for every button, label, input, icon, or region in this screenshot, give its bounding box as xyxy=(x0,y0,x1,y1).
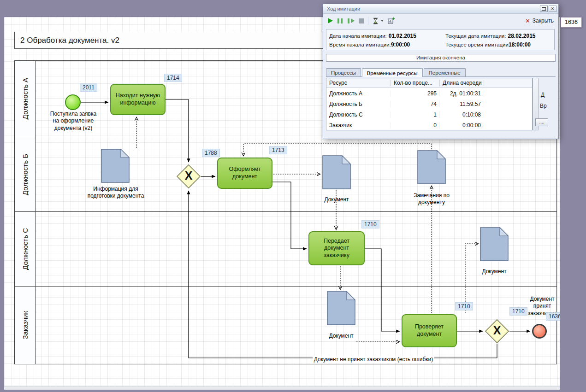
table-header-row: Ресурс Кол-во проце... Длина очереди xyxy=(326,78,532,88)
task-pass-doc[interactable]: Передает документ заказчику xyxy=(308,231,365,265)
data-object-remarks-label: Замечания по документу xyxy=(402,192,462,206)
lane-header-customer[interactable]: Заказчик xyxy=(15,287,36,364)
edge-label-rejected: Документ не принят заказчиком (есть ошиб… xyxy=(300,355,447,363)
dialog-titlebar[interactable]: Ход имитации ✕ xyxy=(323,4,558,14)
counter-badge: 1713 xyxy=(269,146,287,154)
current-time-label: Текущее время имитации xyxy=(445,42,509,47)
counter-badge: 1714 xyxy=(164,74,182,82)
stop-icon xyxy=(359,18,364,23)
tab-variables[interactable]: Переменные xyxy=(424,68,466,76)
start-time-label: Время начала имитации: xyxy=(329,42,391,47)
data-object-document-customer[interactable] xyxy=(327,291,355,325)
resources-table: Ресурс Кол-во проце... Длина очереди Дол… xyxy=(326,78,533,130)
simulation-toolbar: ✕ Закрыть xyxy=(323,13,558,28)
dropdown-icon xyxy=(381,20,384,22)
table-row[interactable]: Заказчик 0 0:00:00 xyxy=(326,120,532,130)
gateway-xor-accept[interactable]: X xyxy=(485,319,509,344)
current-date-value: 28.02.2015 xyxy=(508,33,535,39)
maximize-button[interactable] xyxy=(540,6,548,12)
data-object-document-b[interactable] xyxy=(322,155,351,189)
play-button[interactable] xyxy=(328,18,333,23)
data-object-document-c[interactable] xyxy=(480,227,509,261)
lane-header-a[interactable]: Должность А xyxy=(15,61,36,137)
step-button[interactable] xyxy=(347,18,355,23)
start-event[interactable] xyxy=(65,94,81,110)
data-object-document-c-label: Документ xyxy=(476,268,512,275)
chart-plus-icon xyxy=(388,17,395,24)
data-object-info-label: Информация для подготовки документа xyxy=(87,186,144,200)
start-date-label: Дата начала имитации: xyxy=(329,33,387,39)
task-find-info[interactable]: Находит нужную информацию xyxy=(110,84,166,115)
maximize-icon xyxy=(542,7,546,11)
tab-processes[interactable]: Процессы xyxy=(326,68,361,76)
current-time-value: 18:00:00 xyxy=(509,41,531,48)
column-header-queue-length: Длина очереди xyxy=(440,80,484,86)
window-close-button[interactable]: ✕ xyxy=(549,6,556,12)
pause-button[interactable] xyxy=(337,18,343,23)
toolbar-separator xyxy=(368,17,368,25)
dialog-tabs: Процессы Временные ресурсы Переменные xyxy=(326,66,556,77)
task-prepare-doc[interactable]: Оформляет документ xyxy=(217,158,272,189)
counter-badge: 1710 xyxy=(455,302,473,310)
side-label-1: Д xyxy=(541,92,545,98)
stop-button[interactable] xyxy=(359,18,364,23)
start-time-value: 9:00:00 xyxy=(391,41,410,48)
start-event-label: Поступила заявка на оформление документа… xyxy=(47,111,99,132)
gateway-x-symbol: X xyxy=(485,319,509,342)
pause-icon xyxy=(337,18,339,23)
column-header-resource: Ресурс xyxy=(326,80,391,86)
more-button[interactable]: .... xyxy=(535,118,548,126)
data-object-info[interactable] xyxy=(101,149,130,183)
lane-customer: Заказчик xyxy=(15,287,556,364)
table-row[interactable]: Должность С 1 0:10:08 xyxy=(326,109,532,120)
add-counter-button[interactable] xyxy=(388,17,395,24)
close-label: Закрыть xyxy=(533,18,554,24)
close-simulation-button[interactable]: ✕ Закрыть xyxy=(525,18,554,24)
simulation-dialog: Ход имитации ✕ ✕ Закрыть xyxy=(323,4,559,139)
table-row[interactable]: Должность Б 74 11:59:57 xyxy=(326,99,532,109)
counter-badge: 1636 xyxy=(546,312,560,321)
side-panel: Д Вр .... xyxy=(533,78,556,130)
start-date-value: 01.02.2015 xyxy=(389,33,416,39)
close-red-x-icon: ✕ xyxy=(525,18,530,24)
lane-c: Должность С xyxy=(15,212,556,287)
gateway-xor-1788[interactable]: X xyxy=(176,164,201,189)
close-icon: ✕ xyxy=(551,6,555,11)
lane-header-b[interactable]: Должность Б xyxy=(15,137,36,211)
data-object-document-b-label: Документ xyxy=(318,196,355,203)
tab-time-resources[interactable]: Временные ресурсы xyxy=(362,68,423,77)
diagram-title: 2 Обработка документа. v2 xyxy=(20,36,119,45)
data-object-remarks[interactable] xyxy=(417,150,446,184)
lane-header-c[interactable]: Должность С xyxy=(15,212,36,286)
play-icon xyxy=(328,18,333,23)
hourglass-button[interactable] xyxy=(373,18,384,24)
counter-badge: 1788 xyxy=(202,149,220,157)
counter-badge: 1710 xyxy=(361,220,379,228)
task-check-doc[interactable]: Проверяет документ xyxy=(402,314,457,347)
floating-counter-badge: 1636 xyxy=(561,17,582,28)
data-object-document-customer-label: Документ xyxy=(323,333,359,339)
end-event[interactable] xyxy=(532,324,547,339)
hourglass-icon xyxy=(373,18,379,24)
current-date-label: Текущая дата имитации: xyxy=(445,33,506,39)
simulation-progress-bar: Имитация окончена xyxy=(326,54,556,62)
horizontal-scrollbar[interactable] xyxy=(4,386,560,390)
table-row[interactable]: Должность А 295 2д. 01:00:31 xyxy=(326,88,532,99)
step-icon xyxy=(348,18,349,23)
side-label-2: Вр xyxy=(540,103,547,109)
counter-badge: 2011 xyxy=(80,83,97,92)
simulation-info-panel: Дата начала имитации:01.02.2015 Текущая … xyxy=(326,29,555,50)
column-header-process-count: Кол-во проце... xyxy=(391,80,440,86)
dialog-title: Ход имитации xyxy=(327,6,539,12)
counter-badge: 1710 xyxy=(509,307,527,316)
gateway-x-symbol: X xyxy=(176,164,201,187)
